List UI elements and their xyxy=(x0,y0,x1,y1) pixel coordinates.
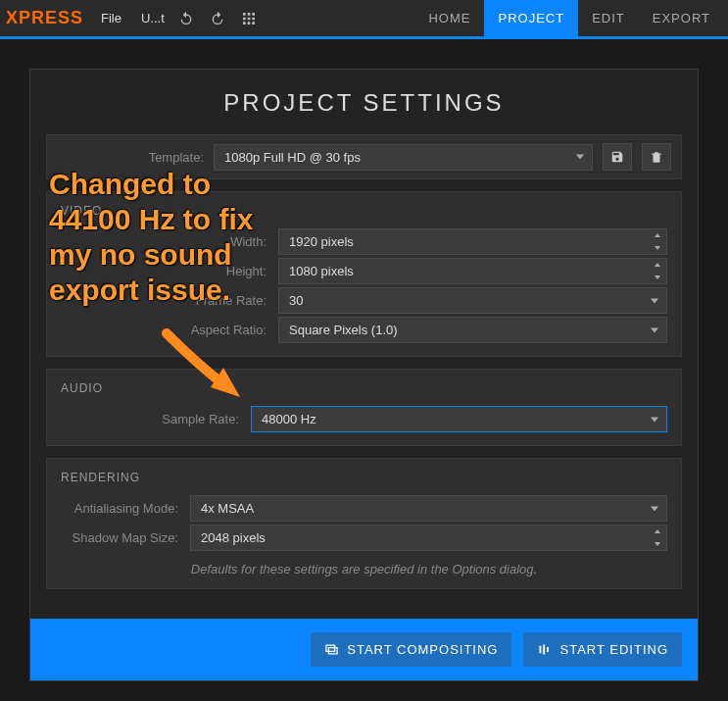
shadow-row: Shadow Map Size: 2048 pixels xyxy=(61,525,667,551)
template-row: Template: 1080p Full HD @ 30 fps xyxy=(46,134,682,179)
redo-button[interactable] xyxy=(204,5,231,32)
chevron-down-icon xyxy=(651,417,658,422)
shadow-label: Shadow Map Size: xyxy=(61,530,178,545)
chevron-down-icon xyxy=(576,155,584,160)
chevron-down-icon xyxy=(651,298,658,303)
save-label: U...t xyxy=(141,11,165,25)
fps-select[interactable]: 30 xyxy=(278,287,667,314)
top-bar: XPRESS File U...t HOME PROJECT EDIT EXPO… xyxy=(0,0,728,39)
width-input[interactable]: 1920 pixels xyxy=(278,228,667,255)
file-menu[interactable]: File xyxy=(93,7,129,29)
rendering-head: RENDERING xyxy=(47,459,681,492)
save-menu[interactable]: U...t xyxy=(131,7,170,29)
fps-label: Frame Rate: xyxy=(61,293,267,308)
save-icon xyxy=(610,150,624,164)
editing-icon xyxy=(537,642,552,657)
chevron-down-icon xyxy=(651,327,658,332)
tab-home[interactable]: HOME xyxy=(414,0,484,36)
template-select[interactable]: 1080p Full HD @ 30 fps xyxy=(214,144,593,171)
aa-label: Antialiasing Mode: xyxy=(61,501,178,516)
template-value: 1080p Full HD @ 30 fps xyxy=(224,150,361,165)
defaults-note: Defaults for these settings are specifie… xyxy=(47,554,681,578)
grid-button[interactable] xyxy=(235,5,263,32)
nav-tabs: HOME PROJECT EDIT EXPORT xyxy=(414,0,724,36)
audio-head: AUDIO xyxy=(47,370,681,403)
shadow-input[interactable]: 2048 pixels xyxy=(190,525,667,551)
aspect-select[interactable]: Square Pixels (1.0) xyxy=(278,317,667,343)
compositing-icon xyxy=(324,642,339,657)
sample-rate-select[interactable]: 48000 Hz xyxy=(251,406,667,432)
video-section: VIDEO Width: 1920 pixels Height: 1080 pi… xyxy=(46,191,682,357)
tab-edit[interactable]: EDIT xyxy=(578,0,639,36)
template-label: Template: xyxy=(57,150,204,165)
brand-logo: XPRESS xyxy=(4,8,83,28)
fps-row: Frame Rate: 30 xyxy=(61,287,667,314)
aspect-row: Aspect Ratio: Square Pixels (1.0) xyxy=(61,317,667,343)
undo-icon xyxy=(178,11,194,26)
sample-rate-label: Sample Rate: xyxy=(61,412,239,426)
rendering-section: RENDERING Antialiasing Mode: 4x MSAA Sha… xyxy=(46,458,682,589)
start-compositing-button[interactable]: START COMPOSITING xyxy=(311,632,511,667)
redo-icon xyxy=(210,11,225,26)
width-row: Width: 1920 pixels xyxy=(61,228,667,255)
height-row: Height: 1080 pixels xyxy=(61,258,667,284)
aspect-label: Aspect Ratio: xyxy=(61,323,267,337)
aa-row: Antialiasing Mode: 4x MSAA xyxy=(61,495,667,522)
video-head: VIDEO xyxy=(47,192,681,225)
tab-project[interactable]: PROJECT xyxy=(484,0,578,36)
height-input[interactable]: 1080 pixels xyxy=(278,258,667,284)
project-settings-panel: PROJECT SETTINGS Template: 1080p Full HD… xyxy=(29,69,699,681)
aa-select[interactable]: 4x MSAA xyxy=(190,495,667,522)
height-label: Height: xyxy=(61,264,267,278)
chevron-down-icon xyxy=(651,506,658,511)
tab-export[interactable]: EXPORT xyxy=(639,0,724,36)
trash-icon xyxy=(650,150,663,164)
width-label: Width: xyxy=(61,234,267,249)
undo-button[interactable] xyxy=(172,5,200,32)
grid-icon xyxy=(241,11,257,26)
audio-section: AUDIO Sample Rate: 48000 Hz xyxy=(46,369,682,446)
sample-rate-row: Sample Rate: 48000 Hz xyxy=(61,406,667,432)
page-title: PROJECT SETTINGS xyxy=(30,70,698,134)
start-editing-button[interactable]: START EDITING xyxy=(523,632,682,667)
save-template-button[interactable] xyxy=(603,143,632,171)
delete-template-button[interactable] xyxy=(642,143,671,171)
footer-bar: START COMPOSITING START EDITING xyxy=(30,619,698,680)
